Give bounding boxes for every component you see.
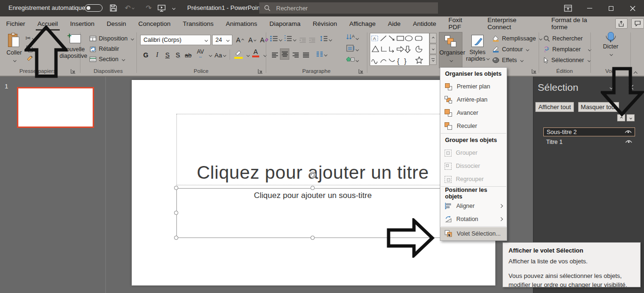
tab-enterprise-connect[interactable]: Enterprise Connect	[481, 16, 545, 31]
ribbon-display-options-button[interactable]	[557, 0, 579, 16]
highlight-dropdown-chevron[interactable]	[246, 54, 250, 57]
tab-format-de-la-forme[interactable]: Format de la forme	[545, 16, 608, 31]
quick-access-customize-button[interactable]	[167, 2, 180, 14]
shapes-more-button[interactable]	[429, 55, 437, 65]
pane-item-subtitle[interactable]: Sous-titre 2	[543, 127, 635, 136]
search-box[interactable]	[259, 2, 438, 14]
minimize-button[interactable]	[579, 0, 600, 16]
character-spacing-button[interactable]: AV ↔	[196, 48, 205, 60]
autosave-toggle[interactable]	[85, 4, 103, 12]
align-left-button[interactable]	[270, 49, 279, 61]
slide-thumbnail[interactable]	[17, 87, 94, 128]
menu-item-volet-selection[interactable]: Volet Sélection...	[440, 227, 507, 240]
tab-aide[interactable]: Aide	[382, 16, 407, 31]
bullets-button[interactable]	[270, 35, 282, 44]
font-name-combobox[interactable]: Calibri (Corps)	[140, 35, 211, 45]
decrease-indent-button[interactable]	[299, 36, 306, 45]
tab-animations[interactable]: Animations	[220, 16, 263, 31]
tab-affichage[interactable]: Affichage	[343, 16, 382, 31]
shapes-scroll-down-button[interactable]	[429, 44, 437, 54]
tab-transitions[interactable]: Transitions	[176, 16, 220, 31]
clear-formatting-button[interactable]: A	[260, 34, 269, 46]
menu-item-aligner[interactable]: Aligner	[440, 199, 507, 213]
close-button[interactable]	[622, 0, 644, 16]
text-shadow-button[interactable]: S	[173, 49, 183, 61]
change-case-button[interactable]: Aa	[215, 49, 226, 61]
drawing-dialog-launcher[interactable]	[532, 69, 537, 74]
underline-button[interactable]: S	[163, 49, 172, 61]
search-input[interactable]	[275, 4, 416, 12]
clipboard-dialog-launcher[interactable]	[71, 69, 76, 74]
tab-conception[interactable]: Conception	[132, 16, 176, 31]
powerpoint-window: Enregistrement automatique ↶ ↷ Présentat…	[0, 0, 644, 293]
select-button[interactable]: Sélectionner	[543, 56, 590, 64]
menu-item-arriere-plan[interactable]: Arrière-plan	[440, 93, 507, 106]
menu-item-grouper[interactable]: Grouper	[440, 146, 507, 159]
slideshow-button[interactable]	[155, 2, 167, 14]
tab-dessin[interactable]: Dessin	[101, 16, 132, 31]
menu-item-premier-plan[interactable]: Premier plan	[440, 80, 507, 93]
save-button[interactable]	[107, 2, 119, 14]
quick-styles-button[interactable]: Styles rapides	[465, 32, 490, 68]
tab-foxit-pdf[interactable]: Foxit PDF	[442, 16, 481, 31]
spacing-dropdown-chevron[interactable]	[209, 54, 212, 57]
replace-button[interactable]: bc Remplacer	[543, 45, 591, 54]
columns-button[interactable]	[316, 50, 327, 59]
rotate-handle[interactable]	[309, 171, 317, 179]
undo-button[interactable]: ↶	[123, 2, 135, 14]
menu-item-avancer[interactable]: Avancer	[440, 106, 507, 119]
redo-button[interactable]: ↷	[143, 2, 155, 14]
maximize-button[interactable]	[600, 0, 622, 16]
find-button[interactable]: Rechercher	[543, 34, 583, 43]
convert-smartart-button[interactable]	[346, 56, 358, 64]
arrange-button[interactable]: Organiser	[439, 32, 462, 68]
dictate-button[interactable]: Dicter	[597, 32, 624, 68]
tab-diaporama[interactable]: Diaporama	[263, 16, 307, 31]
font-size-combobox[interactable]: 24	[212, 35, 232, 45]
align-center-button[interactable]	[280, 48, 289, 60]
align-text-button[interactable]	[346, 45, 358, 54]
increase-indent-button[interactable]	[309, 36, 316, 45]
resize-handle-top-center[interactable]	[310, 186, 315, 190]
highlight-color-button[interactable]	[234, 49, 243, 59]
tab-revision[interactable]: Révision	[307, 16, 343, 31]
shape-fill-button[interactable]: Remplissage	[492, 34, 542, 43]
resize-handle-top-left[interactable]	[174, 186, 178, 190]
section-button[interactable]: Section	[89, 55, 125, 63]
tab-antidote[interactable]: Antidote	[407, 16, 443, 31]
tab-insertion[interactable]: Insertion	[64, 16, 101, 31]
shape-effects-button[interactable]: Effets	[492, 56, 523, 64]
text-direction-button[interactable]: A	[346, 33, 358, 42]
visibility-eye-icon[interactable]	[625, 130, 632, 134]
justify-button[interactable]	[301, 49, 310, 61]
comments-button[interactable]	[631, 18, 644, 29]
shape-outline-button[interactable]: Contour	[492, 45, 529, 54]
share-button[interactable]	[615, 18, 628, 29]
resize-handle-bottom-left[interactable]	[174, 236, 178, 240]
menu-item-dissocier[interactable]: Dissocier	[440, 159, 507, 173]
strikethrough-button[interactable]: ab	[183, 49, 193, 61]
shapes-scroll-up-button[interactable]	[429, 33, 437, 43]
italic-button[interactable]: I	[152, 49, 162, 61]
pane-item-title[interactable]: Titre 1	[543, 137, 635, 146]
resize-handle-middle-left[interactable]	[174, 211, 178, 215]
font-color-button[interactable]: A	[252, 48, 259, 57]
layout-button[interactable]: Disposition	[89, 34, 134, 43]
paragraph-dialog-launcher[interactable]	[358, 69, 364, 74]
bold-button[interactable]: G	[141, 49, 151, 61]
resize-handle-bottom-center[interactable]	[310, 236, 315, 240]
menu-item-reculer[interactable]: Reculer	[440, 119, 507, 133]
grow-font-button[interactable]: A	[235, 34, 245, 46]
paste-button[interactable]: Coller	[4, 33, 24, 66]
menu-item-regrouper[interactable]: Regrouper	[440, 173, 507, 186]
reset-slide-button[interactable]: Rétablir	[89, 45, 119, 53]
menu-item-rotation[interactable]: Rotation	[440, 213, 507, 226]
align-right-button[interactable]	[291, 49, 300, 61]
shapes-gallery[interactable]: A { }	[370, 33, 429, 66]
numbering-button[interactable]	[284, 35, 296, 44]
line-spacing-button[interactable]	[320, 35, 332, 44]
visibility-eye-icon[interactable]	[625, 140, 632, 144]
font-dialog-launcher[interactable]	[258, 69, 263, 74]
show-all-button[interactable]: Afficher tout	[535, 102, 574, 112]
shrink-font-button[interactable]: A	[247, 34, 257, 46]
